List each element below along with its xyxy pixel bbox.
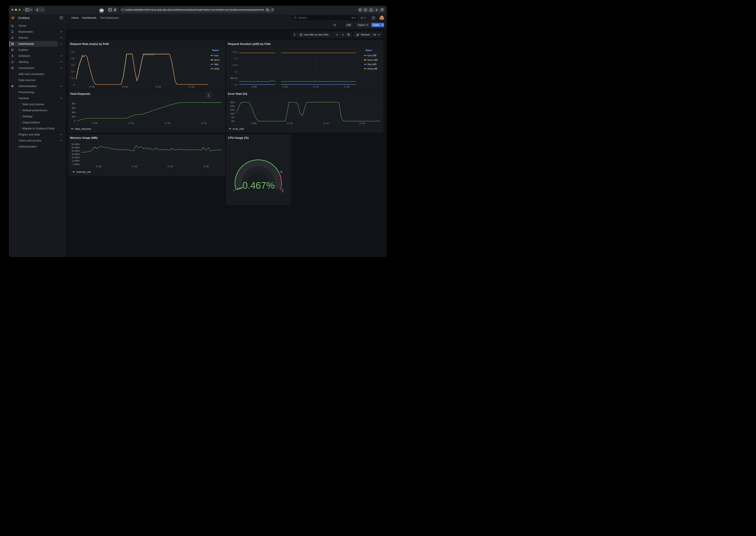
svg-text:Request Duration (p95) by Path: Request Duration (p95) by Path	[228, 42, 271, 46]
svg-text:17:05: 17:05	[89, 85, 94, 88]
svg-text:17:20: 17:20	[201, 122, 207, 124]
svg-text:17:20: 17:20	[203, 165, 209, 168]
svg-text:17:05: 17:05	[96, 165, 101, 168]
svg-text:2.5 s: 2.5 s	[233, 50, 238, 53]
svg-text:0.5: 0.5	[71, 50, 75, 53]
svg-text:500 ms: 500 ms	[230, 77, 238, 79]
svg-text:17:10: 17:10	[122, 85, 128, 88]
svg-text:80: 80	[280, 170, 283, 174]
svg-text:30 MB/s: 30 MB/s	[71, 153, 80, 155]
svg-text:5%: 5%	[231, 116, 235, 119]
svg-text:1.5 s: 1.5 s	[233, 64, 238, 66]
svg-text:/error: /error	[214, 58, 220, 61]
svg-text:0: 0	[74, 120, 75, 122]
svg-text:17:05: 17:05	[92, 122, 97, 124]
svg-text:200: 200	[72, 115, 75, 118]
svg-text:Memory Usage (MB): Memory Usage (MB)	[70, 136, 98, 139]
svg-text:Name: Name	[365, 49, 372, 51]
svg-text:/fast p95: /fast p95	[367, 63, 376, 66]
svg-text:2 s: 2 s	[234, 57, 238, 60]
svg-text:17:10: 17:10	[282, 85, 288, 88]
svg-text:100: 100	[281, 188, 285, 193]
svg-text:17:10: 17:10	[131, 165, 137, 168]
svg-text:50 MB/s: 50 MB/s	[71, 146, 80, 149]
svg-text:0.2: 0.2	[71, 70, 75, 73]
svg-text:/cpu: /cpu	[214, 54, 219, 57]
svg-text:0.467%: 0.467%	[242, 180, 275, 191]
svg-text:Name: Name	[212, 49, 219, 51]
svg-text:20%: 20%	[230, 105, 234, 107]
svg-text:Total Requests: Total Requests	[70, 92, 90, 95]
svg-text:40 MB/s: 40 MB/s	[71, 150, 80, 152]
svg-text:10 MB/s: 10 MB/s	[71, 159, 80, 162]
svg-text:/error p95: /error p95	[367, 58, 378, 61]
svg-text:Z: Z	[114, 8, 116, 12]
svg-text:Error Rate (%): Error Rate (%)	[228, 92, 247, 95]
svg-text:/slow p95: /slow p95	[367, 67, 378, 70]
svg-text:17:20: 17:20	[344, 85, 350, 88]
svg-text:0 s: 0 s	[234, 83, 238, 86]
svg-text:60 MB/s: 60 MB/s	[71, 143, 80, 146]
svg-text:17:15: 17:15	[167, 165, 173, 168]
svg-text:17:20: 17:20	[189, 85, 194, 88]
svg-text:17:10: 17:10	[128, 122, 134, 124]
svg-text:17:20: 17:20	[359, 122, 365, 124]
svg-text:/slow: /slow	[214, 67, 220, 70]
svg-text:17:15: 17:15	[155, 85, 161, 88]
svg-text:17:05: 17:05	[251, 85, 257, 88]
svg-text:memory_mb: memory_mb	[76, 171, 90, 173]
svg-text:0: 0	[73, 83, 74, 86]
svg-text:error_rate: error_rate	[233, 127, 244, 130]
svg-text:17:15: 17:15	[323, 122, 329, 124]
svg-text:17:15: 17:15	[313, 85, 319, 88]
svg-text:400: 400	[72, 111, 75, 114]
svg-text:15%: 15%	[230, 109, 234, 111]
svg-text:17:05: 17:05	[251, 122, 257, 124]
svg-text:0%: 0%	[231, 120, 235, 122]
svg-text:17:15: 17:15	[164, 122, 170, 124]
svg-text:17:10: 17:10	[287, 122, 293, 124]
svg-text:0: 0	[232, 189, 235, 192]
svg-text:total_requests: total_requests	[75, 127, 91, 130]
svg-text:20 MB/s: 20 MB/s	[71, 156, 80, 159]
svg-text:10%: 10%	[230, 112, 234, 115]
svg-text:/fast: /fast	[214, 63, 219, 66]
svg-text:1 s: 1 s	[234, 70, 238, 73]
svg-text:/cpu p95: /cpu p95	[367, 54, 376, 57]
svg-text:0.3: 0.3	[71, 64, 75, 66]
svg-text:0.1: 0.1	[71, 77, 75, 79]
svg-text:0.4: 0.4	[71, 57, 75, 60]
svg-text:A: A	[268, 10, 269, 11]
svg-text:25%: 25%	[230, 101, 234, 104]
svg-text:0 MB/s: 0 MB/s	[73, 163, 80, 165]
svg-text:CPU Usage (%): CPU Usage (%)	[228, 136, 249, 139]
svg-text:800: 800	[72, 103, 75, 105]
svg-text:Request Rate (req/s) by Path: Request Rate (req/s) by Path	[70, 42, 109, 46]
svg-text:?: ?	[373, 17, 374, 19]
svg-text:600: 600	[72, 107, 75, 109]
